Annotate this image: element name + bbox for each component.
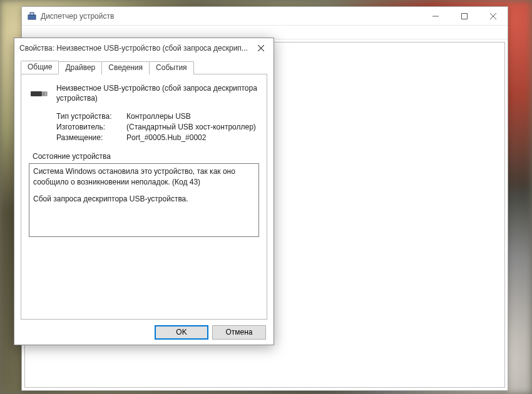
main-titlebar: Диспетчер устройств: [22, 7, 508, 26]
tab-general-page: Неизвестное USB-устройство (сбой запроса…: [21, 74, 267, 320]
device-type-value: Контроллеры USB: [126, 112, 191, 121]
svg-rect-20: [31, 91, 42, 96]
tab-драйвер[interactable]: Драйвер: [58, 61, 102, 74]
device-status-group-label: Состояние устройства: [33, 152, 259, 161]
location-label: Размещение:: [56, 133, 126, 142]
device-name: Неизвестное USB-устройство (сбой запроса…: [56, 83, 259, 103]
tab-события[interactable]: События: [149, 61, 194, 74]
app-icon: [27, 11, 37, 21]
tab-сведения[interactable]: Сведения: [101, 61, 150, 74]
maximize-button[interactable]: [450, 7, 479, 26]
svg-rect-0: [28, 15, 36, 19]
properties-dialog: Свойства: Неизвестное USB-устройство (сб…: [14, 38, 274, 345]
svg-rect-1: [30, 13, 34, 15]
ok-button[interactable]: OK: [155, 325, 208, 340]
minimize-button[interactable]: [421, 7, 450, 26]
dialog-close-button[interactable]: [248, 38, 274, 58]
cancel-button[interactable]: Отмена: [212, 325, 266, 340]
svg-rect-22: [43, 93, 44, 94]
dialog-title: Свойства: Неизвестное USB-устройство (сб…: [19, 44, 248, 53]
dialog-tabs: ОбщиеДрайверСведенияСобытия: [21, 61, 267, 74]
manufacturer-value: (Стандартный USB хост-контроллер): [126, 123, 256, 131]
svg-rect-23: [43, 94, 44, 95]
device-status-textbox[interactable]: Система Windows остановила это устройств…: [29, 163, 259, 237]
status-line-1: Система Windows остановила это устройств…: [33, 166, 255, 188]
svg-rect-3: [462, 13, 468, 19]
usb-device-icon: [29, 83, 49, 103]
device-type-label: Тип устройства:: [56, 112, 126, 121]
manufacturer-label: Изготовитель:: [56, 123, 126, 131]
tab-общие[interactable]: Общие: [21, 61, 59, 74]
location-value: Port_#0005.Hub_#0002: [126, 133, 206, 142]
close-button[interactable]: [479, 7, 508, 26]
main-window-title: Диспетчер устройств: [41, 12, 421, 21]
status-line-2: Сбой запроса дескриптора USB-устройства.: [33, 194, 255, 205]
dialog-titlebar: Свойства: Неизвестное USB-устройство (сб…: [14, 38, 274, 58]
svg-rect-21: [42, 92, 47, 96]
